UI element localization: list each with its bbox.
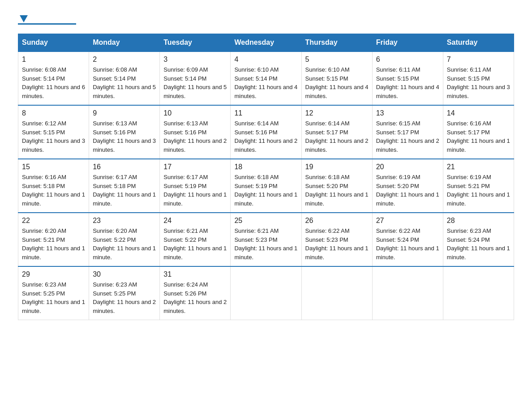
- day-info: Sunrise: 6:22 AM Sunset: 5:24 PM Dayligh…: [376, 227, 439, 261]
- day-number: 5: [305, 56, 369, 64]
- calendar-cell: 29 Sunrise: 6:23 AM Sunset: 5:25 PM Dayl…: [18, 266, 89, 320]
- day-info: Sunrise: 6:20 AM Sunset: 5:21 PM Dayligh…: [22, 227, 85, 261]
- day-number: 6: [376, 56, 439, 64]
- day-number: 31: [163, 270, 227, 278]
- day-info: Sunrise: 6:24 AM Sunset: 5:26 PM Dayligh…: [163, 280, 227, 315]
- day-info: Sunrise: 6:16 AM Sunset: 5:17 PM Dayligh…: [447, 119, 510, 154]
- calendar-cell: 5 Sunrise: 6:10 AM Sunset: 5:15 PM Dayli…: [301, 51, 372, 105]
- calendar-cell: 23 Sunrise: 6:20 AM Sunset: 5:22 PM Dayl…: [89, 213, 160, 266]
- calendar-cell: [372, 266, 443, 320]
- calendar-cell: 14 Sunrise: 6:16 AM Sunset: 5:17 PM Dayl…: [443, 105, 514, 159]
- calendar-cell: 16 Sunrise: 6:17 AM Sunset: 5:18 PM Dayl…: [89, 159, 160, 213]
- day-info: Sunrise: 6:17 AM Sunset: 5:19 PM Dayligh…: [163, 173, 227, 208]
- calendar-cell: 31 Sunrise: 6:24 AM Sunset: 5:26 PM Dayl…: [160, 266, 231, 320]
- calendar-cell: 2 Sunrise: 6:08 AM Sunset: 5:14 PM Dayli…: [89, 51, 160, 105]
- day-info: Sunrise: 6:17 AM Sunset: 5:18 PM Dayligh…: [93, 173, 156, 208]
- day-number: 9: [93, 109, 156, 117]
- weekday-header-saturday: Saturday: [443, 34, 514, 52]
- day-info: Sunrise: 6:15 AM Sunset: 5:17 PM Dayligh…: [376, 119, 439, 154]
- day-number: 17: [163, 163, 227, 171]
- day-info: Sunrise: 6:13 AM Sunset: 5:16 PM Dayligh…: [163, 119, 227, 154]
- day-info: Sunrise: 6:14 AM Sunset: 5:17 PM Dayligh…: [305, 119, 369, 154]
- day-number: 28: [447, 217, 510, 225]
- logo-triangle-icon: [20, 15, 28, 24]
- day-info: Sunrise: 6:18 AM Sunset: 5:19 PM Dayligh…: [234, 173, 297, 208]
- calendar-cell: 19 Sunrise: 6:18 AM Sunset: 5:20 PM Dayl…: [301, 159, 372, 213]
- calendar-cell: 30 Sunrise: 6:23 AM Sunset: 5:25 PM Dayl…: [89, 266, 160, 320]
- calendar-cell: 20 Sunrise: 6:19 AM Sunset: 5:20 PM Dayl…: [372, 159, 443, 213]
- calendar-cell: 6 Sunrise: 6:11 AM Sunset: 5:15 PM Dayli…: [372, 51, 443, 105]
- calendar-cell: 1 Sunrise: 6:08 AM Sunset: 5:14 PM Dayli…: [18, 51, 89, 105]
- svg-marker-0: [20, 15, 28, 22]
- day-info: Sunrise: 6:10 AM Sunset: 5:14 PM Dayligh…: [234, 65, 297, 100]
- day-number: 25: [234, 217, 297, 225]
- day-number: 7: [447, 56, 510, 64]
- day-info: Sunrise: 6:16 AM Sunset: 5:18 PM Dayligh…: [22, 173, 85, 208]
- weekday-header-row: SundayMondayTuesdayWednesdayThursdayFrid…: [18, 34, 514, 52]
- day-info: Sunrise: 6:23 AM Sunset: 5:24 PM Dayligh…: [447, 227, 510, 261]
- week-row-1: 1 Sunrise: 6:08 AM Sunset: 5:14 PM Dayli…: [18, 51, 514, 105]
- calendar-cell: 13 Sunrise: 6:15 AM Sunset: 5:17 PM Dayl…: [372, 105, 443, 159]
- calendar-cell: 12 Sunrise: 6:14 AM Sunset: 5:17 PM Dayl…: [301, 105, 372, 159]
- day-number: 13: [376, 109, 439, 117]
- calendar-cell: [443, 266, 514, 320]
- calendar-cell: 18 Sunrise: 6:18 AM Sunset: 5:19 PM Dayl…: [231, 159, 301, 213]
- day-info: Sunrise: 6:09 AM Sunset: 5:14 PM Dayligh…: [163, 65, 227, 100]
- week-row-2: 8 Sunrise: 6:12 AM Sunset: 5:15 PM Dayli…: [18, 105, 514, 159]
- week-row-4: 22 Sunrise: 6:20 AM Sunset: 5:21 PM Dayl…: [18, 213, 514, 266]
- day-number: 1: [22, 56, 85, 64]
- day-number: 11: [234, 109, 297, 117]
- logo: [18, 13, 76, 25]
- day-number: 3: [163, 56, 227, 64]
- day-number: 4: [234, 56, 297, 64]
- calendar-cell: 10 Sunrise: 6:13 AM Sunset: 5:16 PM Dayl…: [160, 105, 231, 159]
- day-info: Sunrise: 6:23 AM Sunset: 5:25 PM Dayligh…: [93, 280, 156, 315]
- day-info: Sunrise: 6:23 AM Sunset: 5:25 PM Dayligh…: [22, 280, 85, 315]
- day-info: Sunrise: 6:08 AM Sunset: 5:14 PM Dayligh…: [22, 65, 85, 100]
- calendar-cell: 7 Sunrise: 6:11 AM Sunset: 5:15 PM Dayli…: [443, 51, 514, 105]
- day-number: 22: [22, 217, 85, 225]
- day-info: Sunrise: 6:13 AM Sunset: 5:16 PM Dayligh…: [93, 119, 156, 154]
- day-number: 2: [93, 56, 156, 64]
- day-number: 14: [447, 109, 510, 117]
- calendar-cell: 11 Sunrise: 6:14 AM Sunset: 5:16 PM Dayl…: [231, 105, 301, 159]
- day-info: Sunrise: 6:11 AM Sunset: 5:15 PM Dayligh…: [376, 65, 439, 100]
- day-info: Sunrise: 6:18 AM Sunset: 5:20 PM Dayligh…: [305, 173, 369, 208]
- day-number: 20: [376, 163, 439, 171]
- calendar-cell: 27 Sunrise: 6:22 AM Sunset: 5:24 PM Dayl…: [372, 213, 443, 266]
- day-info: Sunrise: 6:20 AM Sunset: 5:22 PM Dayligh…: [93, 227, 156, 261]
- day-info: Sunrise: 6:22 AM Sunset: 5:23 PM Dayligh…: [305, 227, 369, 261]
- weekday-header-friday: Friday: [372, 34, 443, 52]
- day-number: 16: [93, 163, 156, 171]
- calendar-cell: 3 Sunrise: 6:09 AM Sunset: 5:14 PM Dayli…: [160, 51, 231, 105]
- calendar-cell: 4 Sunrise: 6:10 AM Sunset: 5:14 PM Dayli…: [231, 51, 301, 105]
- day-number: 29: [22, 270, 85, 278]
- day-number: 19: [305, 163, 369, 171]
- day-info: Sunrise: 6:21 AM Sunset: 5:23 PM Dayligh…: [234, 227, 297, 261]
- day-number: 27: [376, 217, 439, 225]
- day-info: Sunrise: 6:14 AM Sunset: 5:16 PM Dayligh…: [234, 119, 297, 154]
- day-info: Sunrise: 6:10 AM Sunset: 5:15 PM Dayligh…: [305, 65, 369, 100]
- day-number: 26: [305, 217, 369, 225]
- day-number: 21: [447, 163, 510, 171]
- weekday-header-sunday: Sunday: [18, 34, 89, 52]
- calendar-cell: 8 Sunrise: 6:12 AM Sunset: 5:15 PM Dayli…: [18, 105, 89, 159]
- day-number: 30: [93, 270, 156, 278]
- week-row-5: 29 Sunrise: 6:23 AM Sunset: 5:25 PM Dayl…: [18, 266, 514, 320]
- page-header: [18, 13, 514, 25]
- day-info: Sunrise: 6:19 AM Sunset: 5:21 PM Dayligh…: [447, 173, 510, 208]
- calendar-cell: 22 Sunrise: 6:20 AM Sunset: 5:21 PM Dayl…: [18, 213, 89, 266]
- week-row-3: 15 Sunrise: 6:16 AM Sunset: 5:18 PM Dayl…: [18, 159, 514, 213]
- calendar-cell: 9 Sunrise: 6:13 AM Sunset: 5:16 PM Dayli…: [89, 105, 160, 159]
- calendar-cell: 15 Sunrise: 6:16 AM Sunset: 5:18 PM Dayl…: [18, 159, 89, 213]
- calendar-cell: 28 Sunrise: 6:23 AM Sunset: 5:24 PM Dayl…: [443, 213, 514, 266]
- calendar-cell: 24 Sunrise: 6:21 AM Sunset: 5:22 PM Dayl…: [160, 213, 231, 266]
- day-number: 15: [22, 163, 85, 171]
- calendar-cell: 17 Sunrise: 6:17 AM Sunset: 5:19 PM Dayl…: [160, 159, 231, 213]
- day-number: 10: [163, 109, 227, 117]
- day-number: 23: [93, 217, 156, 225]
- day-number: 18: [234, 163, 297, 171]
- day-info: Sunrise: 6:08 AM Sunset: 5:14 PM Dayligh…: [93, 65, 156, 100]
- calendar-cell: [301, 266, 372, 320]
- day-number: 8: [22, 109, 85, 117]
